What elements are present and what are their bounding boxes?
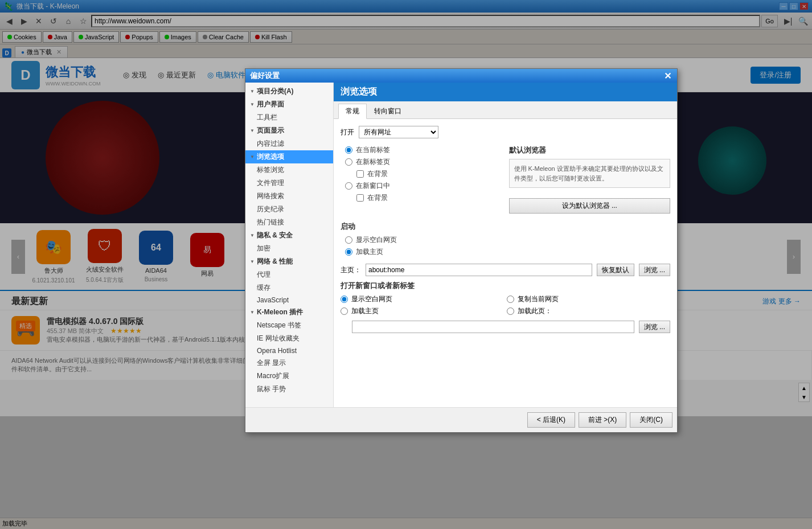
newtab-custom-input[interactable] xyxy=(507,307,514,315)
back-footer-button[interactable]: < 后退(K) xyxy=(527,412,575,428)
tree-item-cache[interactable]: 缓存 xyxy=(245,281,333,294)
open-select[interactable]: 所有网址 xyxy=(359,126,438,138)
tree-item-hotlinks[interactable]: 热门链接 xyxy=(245,216,333,229)
browse-button-2[interactable]: 浏览 ... xyxy=(639,321,670,333)
radio-blank: 显示空白网页 xyxy=(345,235,670,245)
startup-blank-label: 显示空白网页 xyxy=(356,235,397,245)
tree-header-ui[interactable]: 用户界面 xyxy=(245,98,333,111)
newtab-blank-input[interactable] xyxy=(341,296,348,303)
background2-label: 在背景 xyxy=(367,193,388,203)
tree-header-browse[interactable]: 浏览选项 xyxy=(245,150,333,163)
tree-item-search[interactable]: 网络搜索 xyxy=(245,190,333,203)
homepage-input[interactable] xyxy=(366,264,592,276)
tree-section-network: 网络 & 性能 代理 缓存 JavaScript xyxy=(245,255,333,306)
tree-item-fullscreen[interactable]: 全屏 显示 xyxy=(245,356,333,370)
homepage-row: 主页： 恢复默认 浏览 ... xyxy=(341,264,670,276)
default-browser-title: 默认浏览器 xyxy=(509,145,671,155)
tree-item-opera[interactable]: Opera Hotlist xyxy=(245,345,333,356)
tree-item-js[interactable]: JavaScript xyxy=(245,294,333,306)
new-tab-custom: 加载此页： xyxy=(507,306,671,316)
background1-label: 在背景 xyxy=(367,169,388,179)
tree-header-privacy[interactable]: 隐私 & 安全 xyxy=(245,229,333,242)
startup-home-input[interactable] xyxy=(345,248,352,256)
dialog-title-text: 偏好设置 xyxy=(250,71,280,81)
dialog-footer: < 后退(K) 前进 >(X) 关闭(C) xyxy=(245,407,677,432)
newtab-blank-label: 显示空白网页 xyxy=(351,294,392,304)
tree-item-proxy[interactable]: 代理 xyxy=(245,268,333,281)
tree-item-files[interactable]: 文件管理 xyxy=(245,177,333,190)
browse-button[interactable]: 浏览 ... xyxy=(639,264,670,276)
next-footer-button[interactable]: 前进 >(X) xyxy=(579,412,626,428)
newtab-copy-label: 复制当前网页 xyxy=(518,294,559,304)
newtab-copy-input[interactable] xyxy=(507,296,514,303)
radio-homepage: 加载主页 xyxy=(345,247,670,257)
radio-current-tab-label: 在当前标签 xyxy=(356,145,390,155)
settings-title-bar: 浏览选项 xyxy=(334,83,677,101)
new-tab-grid: 显示空白网页 复制当前网页 加载主页 加载此页： xyxy=(341,294,670,316)
tree-section-privacy: 隐私 & 安全 加密 xyxy=(245,229,333,255)
checkbox-background1: 在背景 xyxy=(345,169,502,179)
open-section: 打开 所有网址 xyxy=(341,126,670,138)
restore-default-button[interactable]: 恢复默认 xyxy=(597,264,634,276)
tree-item-content-filter[interactable]: 内容过滤 xyxy=(245,137,333,150)
startup-section: 启动 显示空白网页 加载主页 xyxy=(341,222,670,257)
tree-item-gesture[interactable]: 鼠标 手势 xyxy=(245,383,333,396)
tree-header-network[interactable]: 网络 & 性能 xyxy=(245,255,333,268)
radio-new-window-label: 在新窗口中 xyxy=(356,181,390,191)
tree-item-netscape[interactable]: Netscape 书签 xyxy=(245,319,333,332)
radio-new-tab-label: 在新标签页 xyxy=(356,157,390,167)
background1-checkbox[interactable] xyxy=(356,170,364,178)
radio-new-window-input[interactable] xyxy=(345,182,352,190)
set-default-button[interactable]: 设为默认浏览器 ... xyxy=(509,198,671,214)
close-footer-button[interactable]: 关闭(C) xyxy=(630,412,672,428)
default-browser-box: 使用 K-Meleon 设置助手来确定其要处理的协议以及文件类型，以后您可随时更… xyxy=(509,159,671,188)
new-tab-blank: 显示空白网页 xyxy=(341,294,505,304)
open-radio-group: 在当前标签 在新标签页 在背景 xyxy=(341,145,502,203)
tree-header-display[interactable]: 页面显示 xyxy=(245,124,333,137)
newtab-home-label: 加载主页 xyxy=(351,306,379,316)
new-tab-section: 打开新窗口或者新标签 显示空白网页 复制当前网页 加载主页 xyxy=(341,281,670,316)
dialog-close-button[interactable]: ✕ xyxy=(662,71,672,81)
tree-main-header[interactable]: 项目分类(A) xyxy=(245,85,333,98)
settings-tabs: 常规 转向窗口 xyxy=(334,101,677,119)
tree-item-toolbar[interactable]: 工具栏 xyxy=(245,111,333,124)
new-tab-title: 打开新窗口或者新标签 xyxy=(341,281,670,291)
open-in-section: 在当前标签 在新标签页 在背景 xyxy=(341,145,502,214)
checkbox-background2: 在背景 xyxy=(345,193,502,203)
startup-blank-input[interactable] xyxy=(345,236,352,244)
tree-panel: 项目分类(A) 用户界面 工具栏 页面显示 内容过滤 浏览选项 标签浏览 文件管… xyxy=(245,83,334,407)
upper-section: 在当前标签 在新标签页 在背景 xyxy=(341,145,670,214)
radio-current-tab: 在当前标签 xyxy=(345,145,502,155)
dialog-title-bar: 偏好设置 ✕ xyxy=(245,69,677,83)
startup-home-label: 加载主页 xyxy=(356,247,383,257)
open-label: 打开 xyxy=(341,128,354,137)
tree-section-browse: 浏览选项 标签浏览 文件管理 网络搜索 历史纪录 热门链接 xyxy=(245,150,333,229)
tab-general[interactable]: 常规 xyxy=(338,104,367,119)
new-tab-home: 加载主页 xyxy=(341,306,505,316)
default-browser-section: 默认浏览器 使用 K-Meleon 设置助手来确定其要处理的协议以及文件类型，以… xyxy=(509,145,671,214)
dialog-body: 项目分类(A) 用户界面 工具栏 页面显示 内容过滤 浏览选项 标签浏览 文件管… xyxy=(245,83,677,407)
homepage-label: 主页： xyxy=(341,265,361,275)
tree-item-macro[interactable]: Macro扩展 xyxy=(245,370,333,383)
tree-header-plugins[interactable]: K-Meleon 插件 xyxy=(245,306,333,319)
background2-checkbox[interactable] xyxy=(356,194,364,202)
custom-url-input[interactable] xyxy=(352,321,634,333)
custom-url-row: 浏览 ... xyxy=(341,321,670,333)
settings-panel: 浏览选项 常规 转向窗口 打开 所有网址 xyxy=(334,83,677,407)
radio-current-tab-input[interactable] xyxy=(345,146,352,154)
radio-new-tab: 在新标签页 xyxy=(345,157,502,167)
tree-section-plugins: K-Meleon 插件 Netscape 书签 IE 网址收藏夹 Opera H… xyxy=(245,306,333,396)
tab-redirect[interactable]: 转向窗口 xyxy=(367,104,409,118)
startup-radio-group: 显示空白网页 加载主页 xyxy=(341,235,670,257)
tree-item-tabs[interactable]: 标签浏览 xyxy=(245,163,333,177)
newtab-custom-label: 加载此页： xyxy=(518,306,552,316)
radio-new-window: 在新窗口中 xyxy=(345,181,502,191)
startup-title: 启动 xyxy=(341,222,670,232)
tree-item-crypto[interactable]: 加密 xyxy=(245,242,333,255)
new-tab-copy: 复制当前网页 xyxy=(507,294,671,304)
newtab-home-input[interactable] xyxy=(341,307,348,315)
preferences-dialog: 偏好设置 ✕ 项目分类(A) 用户界面 工具栏 页面显示 内容过滤 浏览选项 标… xyxy=(245,68,678,433)
radio-new-tab-input[interactable] xyxy=(345,158,352,166)
tree-item-history[interactable]: 历史纪录 xyxy=(245,203,333,216)
tree-item-ie[interactable]: IE 网址收藏夹 xyxy=(245,332,333,345)
